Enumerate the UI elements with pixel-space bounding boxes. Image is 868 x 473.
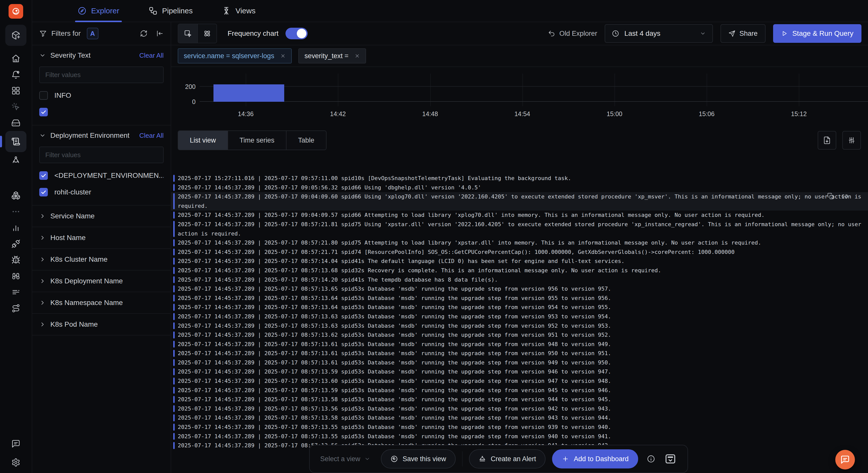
add-to-dashboard-button[interactable]: Add to Dashboard — [552, 449, 638, 469]
refresh-icon[interactable] — [140, 30, 148, 37]
checkbox[interactable] — [39, 91, 48, 100]
log-row[interactable]: 2025-07-17 14:45:37.289 | 2025-07-17 08:… — [171, 247, 868, 257]
remove-tag-icon[interactable] — [354, 53, 360, 59]
sidebar-item-alerts[interactable] — [6, 66, 25, 83]
copy-link-button[interactable] — [841, 193, 848, 200]
log-row[interactable]: 2025-07-17 14:45:37.289 | 2025-07-17 09:… — [171, 183, 868, 193]
filter-section-k8s-cluster-name[interactable]: K8s Cluster Name — [32, 249, 171, 270]
filter-values-input[interactable] — [39, 147, 164, 163]
sidebar-item-events[interactable] — [6, 99, 25, 115]
copy-log-button[interactable] — [827, 193, 834, 200]
sidebar-item-explore[interactable] — [6, 268, 25, 284]
share-button[interactable]: Share — [720, 24, 766, 43]
query-tag[interactable]: service.name = sqlserver-logs — [178, 48, 292, 63]
log-row[interactable]: 2025-07-17 14:45:37.289 | 2025-07-17 08:… — [171, 423, 868, 432]
filter-values-input[interactable] — [39, 66, 164, 83]
log-row[interactable]: 2025-07-17 14:45:37.289 | 2025-07-17 08:… — [171, 284, 868, 294]
sidebar-item-metrics[interactable] — [6, 219, 25, 236]
log-row-text: 2025-07-17 14:45:37.289 | 2025-07-17 08:… — [178, 368, 611, 375]
checkbox[interactable] — [39, 108, 48, 116]
sidebar-item-services[interactable] — [6, 187, 25, 204]
log-row[interactable]: 2025-07-17 14:45:37.289 | 2025-07-17 08:… — [171, 275, 868, 285]
sidebar-item-support-chat[interactable] — [6, 436, 25, 452]
log-row[interactable]: 2025-07-17 14:45:37.289 | 2025-07-17 08:… — [171, 330, 868, 340]
filter-option[interactable]: INFO — [39, 91, 164, 100]
log-row[interactable]: 2025-07-17 14:45:37.289 | 2025-07-17 08:… — [171, 238, 868, 247]
clear-all-link[interactable]: Clear All — [139, 132, 164, 140]
old-explorer-link[interactable]: Old Explorer — [548, 30, 597, 37]
filter-option[interactable]: rohit-cluster — [39, 188, 164, 197]
tab-pipelines[interactable]: Pipelines — [146, 0, 195, 22]
filter-section-k8s-deployment-name[interactable]: K8s Deployment Name — [32, 270, 171, 292]
checkbox[interactable] — [39, 188, 48, 197]
builder-mode-button[interactable] — [178, 24, 197, 43]
log-row[interactable]: 2025-07-17 14:45:37.289 | 2025-07-17 08:… — [171, 266, 868, 275]
log-row[interactable]: 2025-07-17 15:27:11.016 | 2025-07-17 09:… — [171, 174, 868, 183]
log-row[interactable]: 2025-07-17 14:45:37.289 | 2025-07-17 08:… — [171, 404, 868, 414]
query-tag[interactable]: severity_text = — [298, 48, 366, 63]
log-row[interactable]: 2025-07-17 14:45:37.289 | 2025-07-17 09:… — [171, 192, 868, 211]
export-button[interactable] — [818, 131, 836, 150]
sidebar-item-exceptions[interactable] — [6, 252, 25, 268]
log-row[interactable]: 2025-07-17 14:45:37.289 | 2025-07-17 08:… — [171, 257, 868, 266]
sidebar-item-get-started[interactable] — [5, 25, 26, 46]
sidebar-item-pipelines-list[interactable] — [6, 284, 25, 300]
frequency-chart-toggle[interactable] — [285, 28, 308, 39]
tab-explorer[interactable]: Explorer — [75, 0, 122, 22]
filter-section-k8s-pod-name[interactable]: K8s Pod Name — [32, 314, 171, 335]
filter-section-k8s-namespace-name[interactable]: K8s Namespace Name — [32, 292, 171, 314]
log-row[interactable]: 2025-07-17 14:45:37.289 | 2025-07-17 08:… — [171, 395, 868, 404]
clear-all-link[interactable]: Clear All — [139, 52, 164, 59]
sidebar-item-dashboards[interactable] — [6, 83, 25, 99]
log-row[interactable]: 2025-07-17 14:45:37.289 | 2025-07-17 08:… — [171, 220, 868, 238]
select-view-dropdown[interactable]: Select a view — [320, 455, 370, 463]
log-row[interactable]: 2025-07-17 14:45:37.289 | 2025-07-17 08:… — [171, 386, 868, 395]
log-row[interactable]: 2025-07-17 14:45:37.289 | 2025-07-17 08:… — [171, 312, 868, 321]
info-button[interactable] — [647, 454, 655, 463]
create-alert-button[interactable]: Create an Alert — [469, 449, 546, 469]
remove-tag-icon[interactable] — [280, 53, 286, 59]
format-options-button[interactable] — [842, 131, 861, 150]
filter-option[interactable]: <DEPLOYMENT_ENVIRONMEN... — [39, 171, 164, 180]
dock-panel-button[interactable] — [664, 452, 677, 466]
save-view-button[interactable]: Save this view — [381, 449, 456, 469]
stage-run-query-button[interactable]: Stage & Run Query — [773, 24, 862, 43]
frequency-bar[interactable] — [214, 84, 284, 102]
query-badge[interactable]: A — [87, 28, 98, 39]
clickhouse-mode-button[interactable] — [197, 24, 217, 43]
checkbox[interactable] — [39, 171, 48, 180]
log-row[interactable]: 2025-07-17 14:45:37.289 | 2025-07-17 08:… — [171, 303, 868, 312]
sidebar-item-traces[interactable] — [6, 300, 25, 316]
sidebar-item-infrastructure[interactable] — [6, 115, 25, 131]
sidebar-item-apm[interactable] — [6, 152, 25, 168]
sidebar-item-integrations[interactable] — [6, 236, 25, 252]
log-row[interactable]: 2025-07-17 14:45:37.289 | 2025-07-17 08:… — [171, 349, 868, 358]
filter-section-host-name[interactable]: Host Name — [32, 227, 171, 249]
tab-views[interactable]: Views — [219, 0, 258, 22]
log-row[interactable]: 2025-07-17 14:45:37.289 | 2025-07-17 08:… — [171, 432, 868, 441]
sidebar-item-home[interactable] — [6, 50, 25, 66]
view-tab-table[interactable]: Table — [286, 131, 326, 150]
log-row[interactable]: 2025-07-17 14:45:37.289 | 2025-07-17 08:… — [171, 340, 868, 349]
sidebar-item-more[interactable] — [6, 204, 25, 219]
time-range-select[interactable]: Last 4 days — [605, 24, 713, 43]
sidebar-item-logs[interactable] — [5, 131, 26, 152]
chart-plot-area[interactable]: 14:3614:4214:4814:5415:0015:0615:120200 — [199, 73, 868, 102]
undo-icon — [548, 30, 555, 37]
log-row[interactable]: 2025-07-17 14:45:37.289 | 2025-07-17 08:… — [171, 413, 868, 423]
view-tab-time-series[interactable]: Time series — [227, 131, 286, 150]
support-chat-fab[interactable] — [835, 450, 855, 470]
log-row[interactable]: 2025-07-17 14:45:37.289 | 2025-07-17 08:… — [171, 358, 868, 367]
plus-icon — [562, 455, 569, 463]
sidebar-item-settings[interactable] — [6, 454, 25, 471]
log-row[interactable]: 2025-07-17 14:45:37.289 | 2025-07-17 08:… — [171, 321, 868, 331]
filter-option[interactable] — [39, 108, 164, 116]
log-row[interactable]: 2025-07-17 14:45:37.289 | 2025-07-17 09:… — [171, 211, 868, 220]
signoz-logo[interactable] — [8, 4, 23, 19]
log-row[interactable]: 2025-07-17 14:45:37.289 | 2025-07-17 08:… — [171, 377, 868, 386]
collapse-panel-icon[interactable] — [156, 30, 164, 37]
log-row[interactable]: 2025-07-17 14:45:37.289 | 2025-07-17 08:… — [171, 367, 868, 377]
filter-section-service-name[interactable]: Service Name — [32, 206, 171, 227]
view-tab-list-view[interactable]: List view — [178, 131, 227, 150]
log-row[interactable]: 2025-07-17 14:45:37.289 | 2025-07-17 08:… — [171, 294, 868, 303]
